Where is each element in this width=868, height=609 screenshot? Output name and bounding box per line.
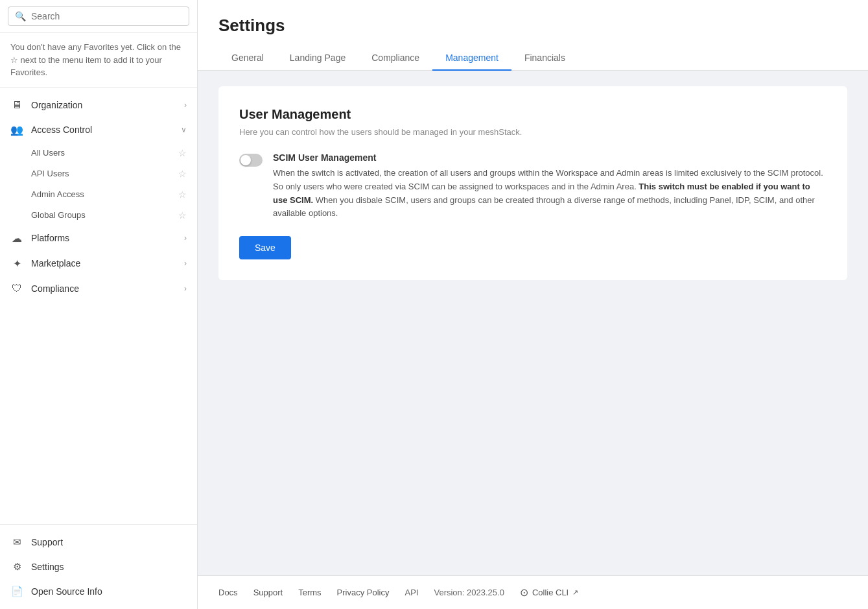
favorites-hint: You don't have any Favorites yet. Click … bbox=[0, 33, 197, 88]
collie-cli-label: Collie CLI bbox=[532, 588, 569, 597]
tab-management[interactable]: Management bbox=[432, 46, 511, 71]
envelope-icon: ✉ bbox=[10, 536, 23, 548]
tabs: General Landing Page Compliance Manageme… bbox=[218, 46, 847, 70]
api-users-label: API Users bbox=[31, 169, 174, 178]
external-link-icon: ↗ bbox=[572, 588, 578, 597]
card-title: User Management bbox=[239, 107, 827, 122]
tab-compliance[interactable]: Compliance bbox=[358, 46, 432, 71]
monitor-icon: 🖥 bbox=[10, 99, 23, 111]
footer-collie-cli[interactable]: ⊙ Collie CLI ↗ bbox=[520, 586, 578, 599]
document-icon: 📄 bbox=[10, 586, 23, 597]
users-icon: 👥 bbox=[10, 124, 23, 136]
sidebar-item-all-users[interactable]: All Users ☆ bbox=[0, 143, 197, 163]
sidebar-item-access-control[interactable]: 👥 Access Control ∨ bbox=[0, 117, 197, 143]
tab-financials[interactable]: Financials bbox=[511, 46, 578, 71]
sidebar-item-access-control-label: Access Control bbox=[31, 125, 181, 135]
sidebar-item-compliance[interactable]: 🛡 Compliance › bbox=[0, 276, 197, 301]
star-icon-all-users[interactable]: ☆ bbox=[178, 148, 187, 158]
cloud-icon: ☁ bbox=[10, 232, 23, 245]
footer-link-docs[interactable]: Docs bbox=[218, 588, 238, 597]
sidebar-item-organization-label: Organization bbox=[31, 100, 184, 110]
scim-setting-title: SCIM User Management bbox=[273, 152, 827, 163]
save-button[interactable]: Save bbox=[239, 236, 291, 259]
sidebar-nav: 🖥 Organization › 👥 Access Control ∨ All … bbox=[0, 88, 197, 525]
chevron-right-icon-platforms: › bbox=[184, 233, 187, 243]
scim-setting-row: SCIM User Management When the switch is … bbox=[239, 152, 827, 221]
chevron-right-icon-compliance: › bbox=[184, 284, 187, 293]
chevron-right-icon: › bbox=[184, 101, 187, 110]
sidebar-item-platforms[interactable]: ☁ Platforms › bbox=[0, 226, 197, 251]
star-icon-global-groups[interactable]: ☆ bbox=[178, 210, 187, 221]
sidebar-bottom: ✉ Support ⚙ Settings 📄 Open Source Info bbox=[0, 524, 197, 609]
footer-link-api[interactable]: API bbox=[405, 588, 418, 597]
shield-icon: 🛡 bbox=[10, 283, 23, 294]
sidebar-item-support[interactable]: ✉ Support bbox=[0, 530, 197, 555]
footer-version: Version: 2023.25.0 bbox=[434, 588, 504, 597]
user-management-card: User Management Here you can control how… bbox=[218, 86, 847, 280]
gear-icon: ⚙ bbox=[10, 561, 23, 573]
sidebar-item-marketplace[interactable]: ✦ Marketplace › bbox=[0, 251, 197, 276]
page-title: Settings bbox=[218, 16, 847, 36]
all-users-label: All Users bbox=[31, 148, 174, 158]
sidebar-item-compliance-label: Compliance bbox=[31, 283, 184, 294]
main-body: User Management Here you can control how… bbox=[198, 71, 868, 575]
github-icon: ⊙ bbox=[520, 586, 528, 599]
admin-access-label: Admin Access bbox=[31, 189, 174, 199]
sidebar-item-global-groups[interactable]: Global Groups ☆ bbox=[0, 205, 197, 226]
sidebar-item-open-source-info[interactable]: 📄 Open Source Info bbox=[0, 579, 197, 604]
footer-link-terms[interactable]: Terms bbox=[298, 588, 321, 597]
open-source-info-label: Open Source Info bbox=[31, 586, 102, 597]
main-content: Settings General Landing Page Compliance… bbox=[198, 0, 868, 609]
search-input[interactable] bbox=[31, 11, 182, 21]
global-groups-label: Global Groups bbox=[31, 210, 174, 220]
sidebar-item-settings[interactable]: ⚙ Settings bbox=[0, 555, 197, 579]
main-footer: Docs Support Terms Privacy Policy API Ve… bbox=[198, 575, 868, 609]
footer-link-support[interactable]: Support bbox=[253, 588, 283, 597]
sidebar-search-wrap: 🔍 bbox=[0, 0, 197, 33]
star-icon-api-users[interactable]: ☆ bbox=[178, 169, 187, 179]
support-label: Support bbox=[31, 537, 63, 547]
footer-link-privacy-policy[interactable]: Privacy Policy bbox=[337, 588, 390, 597]
chevron-down-icon: ∨ bbox=[181, 125, 187, 134]
card-subtitle: Here you can control how the users shoul… bbox=[239, 127, 827, 137]
tab-general[interactable]: General bbox=[218, 46, 277, 71]
sidebar-item-organization[interactable]: 🖥 Organization › bbox=[0, 93, 197, 117]
sidebar-search-container[interactable]: 🔍 bbox=[8, 6, 189, 26]
sidebar-item-marketplace-label: Marketplace bbox=[31, 258, 184, 269]
scim-desc-end: When you disbale SCIM, users and groups … bbox=[273, 195, 815, 219]
scim-toggle-wrap[interactable] bbox=[239, 154, 263, 167]
sidebar-item-admin-access[interactable]: Admin Access ☆ bbox=[0, 184, 197, 205]
access-control-subitems: All Users ☆ API Users ☆ Admin Access ☆ G… bbox=[0, 143, 197, 226]
chevron-right-icon-marketplace: › bbox=[184, 259, 187, 268]
main-header: Settings General Landing Page Compliance… bbox=[198, 0, 868, 71]
tab-landing-page[interactable]: Landing Page bbox=[277, 46, 358, 71]
search-icon: 🔍 bbox=[15, 11, 26, 21]
sidebar-item-platforms-label: Platforms bbox=[31, 233, 184, 243]
sidebar-item-api-users[interactable]: API Users ☆ bbox=[0, 163, 197, 184]
star-icon-admin-access[interactable]: ☆ bbox=[178, 189, 187, 200]
sidebar: 🔍 You don't have any Favorites yet. Clic… bbox=[0, 0, 198, 609]
scim-setting-desc: When the switch is activated, the creati… bbox=[273, 167, 827, 221]
scim-setting-content: SCIM User Management When the switch is … bbox=[273, 152, 827, 221]
scim-toggle[interactable] bbox=[239, 154, 263, 167]
marketplace-icon: ✦ bbox=[10, 257, 23, 270]
settings-label: Settings bbox=[31, 562, 64, 572]
